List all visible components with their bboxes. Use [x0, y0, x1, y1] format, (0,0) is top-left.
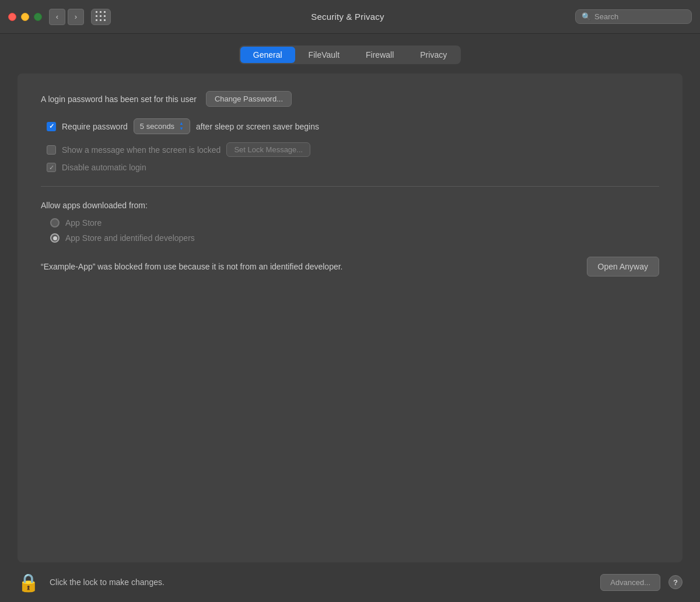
close-button[interactable]	[8, 13, 16, 21]
minimize-button[interactable]	[21, 13, 29, 21]
blocked-message-text: “Example-App” was blocked from use becau…	[41, 261, 575, 273]
search-box[interactable]: 🔍	[575, 9, 692, 24]
grid-icon	[96, 11, 107, 22]
window-title: Security & Privacy	[120, 12, 575, 22]
disable-auto-login-label: Disable automatic login	[62, 163, 146, 172]
require-password-row: Require password 5 seconds ▲ ▼ after sle…	[41, 118, 659, 134]
disable-auto-login-row: Disable automatic login	[41, 163, 659, 172]
nav-buttons: ‹ ›	[49, 9, 84, 25]
tab-firewall[interactable]: Firewall	[353, 47, 407, 63]
footer-lock-text: Click the lock to make changes.	[50, 578, 592, 587]
help-button[interactable]: ?	[668, 575, 682, 589]
require-password-label: Require password	[62, 122, 128, 131]
password-timer-dropdown[interactable]: 5 seconds ▲ ▼	[134, 118, 190, 134]
set-lock-message-button[interactable]: Set Lock Message...	[226, 142, 310, 157]
footer: 🔒 Click the lock to make changes. Advanc…	[0, 562, 700, 602]
dropdown-arrow-icon: ▲ ▼	[179, 121, 184, 131]
tab-general[interactable]: General	[240, 47, 295, 63]
disable-auto-login-checkbox[interactable]	[47, 163, 56, 172]
open-anyway-button[interactable]: Open Anyway	[587, 257, 659, 276]
password-label: A login password has been set for this u…	[41, 94, 197, 104]
change-password-button[interactable]: Change Password...	[206, 91, 292, 107]
back-button[interactable]: ‹	[49, 9, 65, 25]
show-lock-message-label: Show a message when the screen is locked	[62, 145, 220, 155]
tab-privacy[interactable]: Privacy	[407, 47, 460, 63]
tabs-row: General FileVault Firewall Privacy	[18, 46, 682, 64]
radio-app-store-identified-row: App Store and identified developers	[41, 233, 659, 243]
maximize-button[interactable]	[34, 13, 42, 21]
tabs-container: General FileVault Firewall Privacy	[239, 46, 461, 64]
radio-app-store-identified-label: App Store and identified developers	[65, 233, 195, 243]
require-password-checkbox[interactable]	[47, 122, 56, 131]
after-sleep-label: after sleep or screen saver begins	[196, 122, 319, 131]
titlebar: ‹ › Security & Privacy 🔍	[0, 0, 700, 34]
main-area: General FileVault Firewall Privacy A log…	[0, 34, 700, 562]
forward-button[interactable]: ›	[68, 9, 84, 25]
radio-app-store[interactable]	[50, 218, 60, 228]
allow-apps-label: Allow apps downloaded from:	[41, 201, 659, 210]
password-section: A login password has been set for this u…	[41, 91, 659, 107]
radio-app-store-identified[interactable]	[50, 233, 60, 243]
grid-view-button[interactable]	[91, 9, 111, 25]
advanced-button[interactable]: Advanced...	[600, 574, 660, 591]
radio-app-store-label: App Store	[65, 218, 102, 228]
tab-filevault[interactable]: FileVault	[296, 47, 352, 63]
lock-message-row: Show a message when the screen is locked…	[41, 142, 659, 157]
section-divider	[41, 186, 659, 187]
show-lock-message-checkbox[interactable]	[47, 145, 56, 155]
lock-icon[interactable]: 🔒	[18, 572, 39, 593]
search-icon: 🔍	[582, 12, 591, 21]
radio-app-store-row: App Store	[41, 218, 659, 228]
search-input[interactable]	[594, 12, 685, 21]
blocked-message-row: “Example-App” was blocked from use becau…	[41, 257, 659, 276]
content-panel: A login password has been set for this u…	[18, 74, 682, 562]
traffic-lights	[8, 13, 42, 21]
dropdown-value: 5 seconds	[140, 122, 174, 131]
